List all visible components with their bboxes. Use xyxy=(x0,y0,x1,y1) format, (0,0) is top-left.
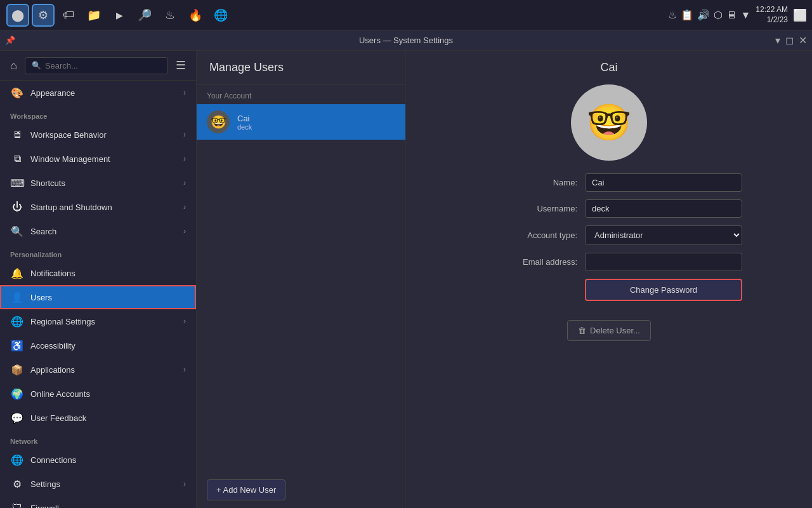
sidebar-item-users[interactable]: 👤 Users xyxy=(0,285,196,309)
username-input[interactable] xyxy=(585,199,742,218)
regional-settings-arrow-icon: › xyxy=(183,317,186,326)
hamburger-button[interactable]: ☰ xyxy=(173,56,188,75)
window-management-arrow-icon: › xyxy=(183,154,186,163)
sidebar-item-online-accounts[interactable]: 🌍 Online Accounts xyxy=(0,382,196,406)
sidebar-item-label-window-management: Window Management xyxy=(30,154,177,164)
shortcuts-arrow-icon: › xyxy=(183,178,186,187)
applications-arrow-icon: › xyxy=(183,365,186,374)
search-nav-icon: 🔍 xyxy=(10,224,24,238)
name-input[interactable] xyxy=(585,173,742,192)
sidebar-item-label-online-accounts: Online Accounts xyxy=(30,389,186,399)
manage-users-title: Manage Users xyxy=(197,51,405,85)
sidebar-item-label-connections: Connections xyxy=(30,455,186,465)
user-detail-form: Name: Username: Account type: Administra… xyxy=(476,173,742,301)
delete-icon: 🗑 xyxy=(578,326,586,335)
sidebar-item-network-settings[interactable]: ⚙ Settings › xyxy=(0,472,196,496)
sidebar-item-connections[interactable]: 🌐 Connections xyxy=(0,448,196,472)
sidebar-item-window-management[interactable]: ⧉ Window Management › xyxy=(0,147,196,171)
taskbar-icon-tag[interactable]: 🏷 xyxy=(57,4,80,27)
accessibility-icon: ♿ xyxy=(10,338,24,352)
user-info-cai: Cai deck xyxy=(237,114,395,131)
name-label: Name: xyxy=(476,178,577,187)
sidebar-item-startup-shutdown[interactable]: ⏻ Startup and Shutdown › xyxy=(0,195,196,219)
search-icon: 🔍 xyxy=(32,61,41,70)
sidebar-item-workspace-behavior[interactable]: 🖥 Workspace Behavior › xyxy=(0,123,196,147)
sidebar-item-label-firewall: Firewall xyxy=(30,504,186,509)
tray-volume-icon[interactable]: 🔊 xyxy=(697,9,710,21)
sidebar-item-user-feedback[interactable]: 💬 User Feedback xyxy=(0,406,196,430)
tray-bluetooth-icon[interactable]: ⬡ xyxy=(714,9,723,21)
user-avatar-cai: 🤓 xyxy=(207,110,230,133)
titlebar: 📌 Users — System Settings ▾ ◻ ✕ xyxy=(0,30,812,51)
user-detail-avatar[interactable]: 🤓 xyxy=(571,84,647,161)
regional-settings-icon: 🌐 xyxy=(10,314,24,328)
sidebar: ⌂ 🔍 ☰ 🎨 Appearance › Workspace 🖥 Workspa… xyxy=(0,51,197,508)
user-feedback-icon: 💬 xyxy=(10,411,24,425)
user-detail-header: Cai xyxy=(600,61,617,74)
sidebar-item-label-shortcuts: Shortcuts xyxy=(30,178,177,188)
personalization-section-label: Personalization xyxy=(0,243,196,261)
user-detail-avatar-emoji: 🤓 xyxy=(587,105,631,140)
taskbar-icon-chrome[interactable]: 🌐 xyxy=(209,4,232,27)
titlebar-pin-icon[interactable]: 📌 xyxy=(5,36,15,45)
network-settings-arrow-icon: › xyxy=(183,479,186,488)
user-name-cai: Cai xyxy=(237,114,395,123)
delete-user-button[interactable]: 🗑 Delete User... xyxy=(567,320,651,341)
startup-shutdown-arrow-icon: › xyxy=(183,203,186,211)
taskbar-icon-terminal[interactable]: ▶ xyxy=(108,4,131,27)
sidebar-item-label-regional-settings: Regional Settings xyxy=(30,317,177,326)
sidebar-header: ⌂ 🔍 ☰ xyxy=(0,51,196,81)
taskbar-icon-flame[interactable]: 🔥 xyxy=(184,4,207,27)
taskbar-icon-settings[interactable]: ⚙ xyxy=(32,4,55,27)
sidebar-item-label-applications: Applications xyxy=(30,365,177,375)
add-new-user-button[interactable]: + Add New User xyxy=(207,479,285,500)
users-panel: Manage Users Your Account 🤓 Cai deck + A… xyxy=(197,51,406,508)
account-type-label: Account type: xyxy=(476,231,577,240)
search-arrow-icon: › xyxy=(183,227,186,236)
search-box[interactable]: 🔍 xyxy=(25,57,168,74)
titlebar-close-icon[interactable]: ✕ xyxy=(799,34,807,46)
titlebar-restore-icon[interactable]: ◻ xyxy=(785,34,794,46)
sidebar-item-accessibility[interactable]: ♿ Accessibility xyxy=(0,333,196,358)
sidebar-item-notifications[interactable]: 🔔 Notifications xyxy=(0,261,196,285)
delete-user-label: Delete User... xyxy=(590,326,640,335)
titlebar-minimize-icon[interactable]: ▾ xyxy=(775,34,780,46)
tray-expand-icon[interactable]: ▼ xyxy=(740,10,750,21)
sidebar-item-label-appearance: Appearance xyxy=(30,88,177,98)
appearance-arrow-icon: › xyxy=(183,88,186,97)
screen-icon[interactable]: ⬜ xyxy=(793,8,807,22)
change-password-button[interactable]: Change Password xyxy=(585,279,742,301)
home-button[interactable]: ⌂ xyxy=(8,57,20,75)
sidebar-item-search[interactable]: 🔍 Search › xyxy=(0,219,196,243)
sidebar-item-shortcuts[interactable]: ⌨ Shortcuts › xyxy=(0,171,196,195)
sidebar-item-applications[interactable]: 📦 Applications › xyxy=(0,358,196,382)
user-detail-panel: Cai 🤓 Name: Username: Account type: Admi… xyxy=(406,51,812,508)
tray-display-icon[interactable]: 🖥 xyxy=(726,10,737,21)
sidebar-item-label-notifications: Notifications xyxy=(30,269,186,278)
user-username-cai: deck xyxy=(237,123,395,131)
taskbar-icon-discover[interactable]: 🔎 xyxy=(133,4,156,27)
network-settings-icon: ⚙ xyxy=(10,477,24,491)
search-input[interactable] xyxy=(45,61,161,70)
sidebar-item-firewall[interactable]: 🛡 Firewall xyxy=(0,496,196,508)
sidebar-item-label-network-settings: Settings xyxy=(30,479,177,489)
account-type-select[interactable]: Administrator Standard User xyxy=(585,225,742,245)
your-account-label: Your Account xyxy=(197,85,405,104)
sidebar-item-label-workspace-behavior: Workspace Behavior xyxy=(30,130,177,140)
notifications-icon: 🔔 xyxy=(10,266,24,280)
user-list-item-cai[interactable]: 🤓 Cai deck xyxy=(197,104,405,140)
sidebar-item-label-users: Users xyxy=(30,293,186,302)
taskbar-icon-circle[interactable]: ⬤ xyxy=(6,4,29,27)
tray-steam-icon[interactable]: ♨ xyxy=(668,9,677,21)
startup-shutdown-icon: ⏻ xyxy=(10,200,24,214)
sidebar-item-appearance[interactable]: 🎨 Appearance › xyxy=(0,81,196,105)
taskbar-icon-steam[interactable]: ♨ xyxy=(159,4,181,27)
taskbar-tray: ♨ 📋 🔊 ⬡ 🖥 ▼ xyxy=(668,9,750,21)
clock-date: 1/2/23 xyxy=(756,15,788,25)
email-input[interactable] xyxy=(585,253,742,271)
sidebar-item-regional-settings[interactable]: 🌐 Regional Settings › xyxy=(0,309,196,333)
taskbar-icon-folder[interactable]: 📁 xyxy=(82,4,105,27)
tray-clipboard-icon[interactable]: 📋 xyxy=(681,9,693,21)
online-accounts-icon: 🌍 xyxy=(10,387,24,401)
main-layout: ⌂ 🔍 ☰ 🎨 Appearance › Workspace 🖥 Workspa… xyxy=(0,51,812,508)
